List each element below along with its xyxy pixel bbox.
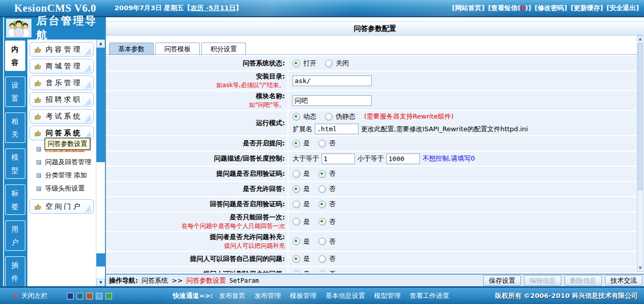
text-input[interactable] (293, 95, 372, 106)
sidebar-tab-6[interactable]: 插 件 (5, 256, 25, 287)
color-square-4[interactable] (105, 293, 112, 299)
tech-exchange-button[interactable]: 技术交流 (605, 275, 642, 286)
submenu-item-8[interactable]: 分类管理 添加 (27, 169, 96, 182)
topbar-link-1[interactable]: [查看短信(0)] (488, 4, 531, 13)
quick-link-3[interactable]: 基本信息设置 (326, 291, 365, 300)
menu-item-4[interactable]: 考试系统 (29, 109, 94, 124)
radio-option[interactable]: 打开 (293, 59, 316, 68)
main-scrollbar-thumb[interactable] (638, 43, 642, 190)
sidebar-scrollbar-segment[interactable] (96, 253, 105, 267)
color-square-0[interactable] (67, 293, 74, 299)
radio-checked-icon[interactable] (318, 218, 326, 225)
red-note: (需要服务器支持Rewrite组件) (364, 112, 453, 121)
quick-link-4[interactable]: 模型管理 (374, 291, 401, 300)
radio-icon[interactable] (318, 238, 326, 245)
radio-icon[interactable] (318, 140, 326, 147)
submenu-label[interactable]: 问题及回答管理 (45, 158, 91, 167)
radio-option[interactable]: 是 (293, 270, 310, 273)
scroll-up-icon[interactable]: ▲ (96, 40, 105, 47)
topbar-link-2[interactable]: [修改密码] (534, 4, 567, 13)
sidebar-tab-2[interactable]: 相 关 (5, 112, 25, 143)
color-square-2[interactable] (86, 293, 93, 299)
quick-link-2[interactable]: 模板管理 (290, 291, 316, 300)
quick-link-0[interactable]: 发布首页 (219, 291, 245, 300)
main-scrollbar[interactable]: ▲ ▼ (637, 35, 643, 272)
radio-checked-icon[interactable] (293, 140, 300, 147)
radio-option[interactable]: 是 (293, 184, 310, 194)
menu-item-3[interactable]: 招聘求职 (29, 92, 94, 107)
quick-link-5[interactable]: 查看工作进度 (410, 291, 449, 300)
tab-0[interactable]: 基本参数 (109, 43, 154, 55)
radio-option[interactable]: 是 (293, 139, 310, 148)
radio-option[interactable]: 关闭 (325, 59, 349, 68)
radio-icon[interactable] (318, 255, 326, 263)
sidebar-tab-0[interactable]: 内 容 (5, 41, 25, 71)
sidebar-tab-4[interactable]: 标 签 (5, 184, 25, 215)
submenu-item-7[interactable]: 问题及回答管理 (27, 156, 96, 169)
radio-option[interactable]: 否 (318, 139, 336, 148)
radio-icon[interactable] (293, 218, 300, 225)
radio-option[interactable]: 是 (293, 254, 310, 263)
radio-option[interactable]: 是 (293, 169, 310, 178)
radio-option[interactable]: 否 (318, 184, 336, 194)
color-square-3[interactable] (96, 293, 102, 299)
menu-item-2[interactable]: 音乐管理 (29, 75, 94, 90)
radio-option[interactable]: 否 (318, 237, 336, 246)
radio-option[interactable]: 否 (318, 169, 336, 178)
menu-item-0[interactable]: 内容管理 (29, 42, 94, 57)
radio-icon[interactable] (293, 201, 300, 208)
radio-checked-icon[interactable] (293, 238, 300, 245)
radio-option[interactable]: 否 (318, 270, 336, 273)
radio-checked-icon[interactable] (293, 185, 300, 193)
menu-item-10[interactable]: 空间门户 (29, 199, 94, 214)
scroll-down-icon[interactable]: ▼ (96, 279, 105, 286)
radio-icon[interactable] (318, 271, 326, 273)
submenu-item-9[interactable]: 等级头衔设置 (27, 182, 96, 195)
radio-option[interactable]: 动态 (293, 112, 316, 121)
breadcrumb-page[interactable]: 问答参数设置 (186, 277, 226, 284)
sidebar-tab-5[interactable]: 用 户 (5, 220, 25, 251)
radio-icon[interactable] (318, 185, 326, 193)
text-input[interactable] (386, 154, 420, 164)
radio-checked-icon[interactable] (293, 255, 300, 263)
text-input[interactable] (321, 154, 355, 164)
breadcrumb-section[interactable]: 问答系统 (141, 277, 168, 284)
close-left-panel-link[interactable]: 关闭左栏 (21, 291, 48, 300)
submenu-label[interactable]: 分类管理 添加 (45, 171, 87, 180)
tab-2[interactable]: 积分设置 (201, 43, 246, 55)
radio-checked-icon[interactable] (293, 113, 300, 121)
scroll-up-icon[interactable]: ▲ (637, 36, 643, 43)
radio-option[interactable]: 否 (318, 217, 336, 226)
menu-item-1[interactable]: 商城管理 (29, 59, 94, 73)
color-square-1[interactable] (77, 293, 83, 299)
scroll-down-icon[interactable]: ▼ (637, 265, 643, 272)
save-settings-button[interactable]: 保存设置 (483, 275, 521, 286)
submenu-label[interactable]: 等级头衔设置 (45, 184, 85, 193)
quick-link-1[interactable]: 发布管理 (255, 291, 281, 300)
radio-checked-icon[interactable] (293, 60, 300, 67)
tab-1[interactable]: 问答模板 (155, 43, 200, 55)
radio-checked-icon[interactable] (318, 201, 326, 208)
radio-icon[interactable] (293, 170, 300, 178)
radio-checked-icon[interactable] (318, 170, 326, 178)
topbar-link-4[interactable]: [安全退出] (606, 4, 639, 13)
sidebar-scrollbar[interactable]: ▲ ▼ (96, 40, 105, 286)
radio-option[interactable]: 伪静态 (325, 112, 355, 121)
close-icon[interactable]: × (12, 292, 18, 300)
radio-icon[interactable] (325, 113, 333, 121)
sidebar-scrollbar-thumb[interactable] (96, 48, 105, 162)
radio-option[interactable]: 是 (293, 237, 310, 246)
radio-option[interactable]: 否 (318, 254, 336, 263)
topbar-link-3[interactable]: [更新缓存] (570, 4, 603, 13)
radio-option[interactable]: 否 (318, 200, 336, 209)
lunar-date-link[interactable]: 农历 -5月11日 (191, 4, 236, 12)
sidebar-tab-1[interactable]: 设 置 (5, 77, 25, 107)
radio-checked-icon[interactable] (293, 271, 300, 273)
radio-icon[interactable] (325, 60, 333, 67)
radio-option[interactable]: 是 (293, 200, 310, 209)
text-input[interactable] (315, 124, 359, 134)
topbar-link-0[interactable]: [网站首页] (452, 4, 485, 13)
sidebar-tab-3[interactable]: 模 型 (5, 148, 25, 179)
radio-option[interactable]: 是 (293, 217, 310, 226)
text-input[interactable] (293, 75, 372, 86)
